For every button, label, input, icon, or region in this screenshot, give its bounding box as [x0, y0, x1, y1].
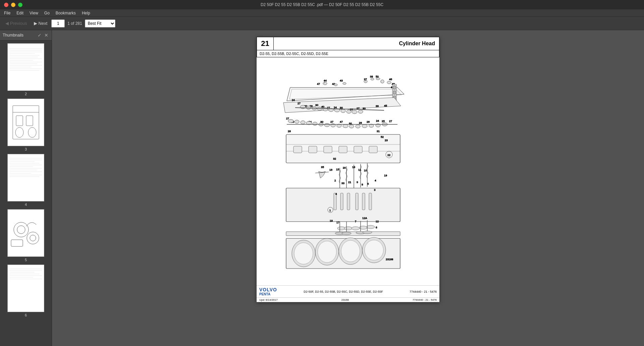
sidebar-toggle-button[interactable]: ✓	[37, 32, 42, 38]
thumbnail-num: 5	[25, 258, 27, 262]
svg-rect-35	[8, 210, 44, 256]
minimize-button[interactable]	[11, 3, 15, 7]
svg-rect-171	[340, 193, 343, 210]
svg-point-201	[365, 240, 383, 260]
svg-point-125	[356, 125, 360, 128]
thumbnail-svg	[8, 154, 44, 201]
main-area: Thumbnails ✓ ✕	[0, 30, 644, 346]
thumbnail-num: 3	[25, 147, 27, 151]
svg-text:25: 25	[382, 120, 385, 123]
svg-point-123	[343, 124, 348, 128]
svg-text:6: 6	[376, 226, 377, 229]
thumbnail-item[interactable]: 5	[1, 209, 50, 262]
sidebar: Thumbnails ✓ ✕	[0, 30, 52, 346]
thumbnail-num: 6	[25, 313, 27, 317]
svg-point-118	[313, 122, 317, 125]
svg-text:23: 23	[385, 139, 388, 142]
svg-rect-72	[393, 91, 395, 94]
page-subtitle: D2-55, D2-55B, D2-55C, D2-55D, D2-55E	[257, 50, 439, 57]
svg-point-97	[341, 109, 345, 113]
svg-text:23168: 23168	[386, 258, 393, 261]
volvo-logo: VOLVO PENTA	[259, 287, 277, 296]
thumbnail-svg	[8, 265, 44, 312]
svg-point-66	[381, 80, 384, 83]
footer-update-strip: Upd: 6/14/2017 23168 7744440 - 21 - 5476	[257, 297, 439, 302]
svg-point-207	[342, 232, 351, 235]
svg-text:26: 26	[367, 120, 370, 123]
thumbnail-item[interactable]: 2	[1, 43, 50, 96]
svg-point-65	[376, 78, 380, 80]
svg-point-124	[349, 125, 354, 128]
page-number-input[interactable]	[51, 19, 65, 27]
pdf-page: 21 Cylinder Head D2-55, D2-55B, D2-55C, …	[257, 37, 439, 302]
svg-text:24: 24	[376, 119, 379, 122]
page-number-box: 21	[257, 37, 274, 50]
menu-bookmarks[interactable]: Bookmarks	[53, 10, 78, 16]
svg-point-189	[352, 227, 360, 230]
thumbnail-item[interactable]: 3	[1, 99, 50, 151]
svg-point-99	[352, 110, 357, 114]
svg-rect-142	[369, 146, 377, 153]
thumbnail-image	[7, 265, 44, 312]
pdf-area[interactable]: 21 Cylinder Head D2-55, D2-55B, D2-55C, …	[52, 30, 644, 346]
svg-point-64	[371, 78, 374, 80]
thumbnail-image	[7, 154, 44, 201]
svg-point-91	[306, 106, 311, 109]
svg-text:12: 12	[376, 220, 379, 223]
sidebar-controls: ✓ ✕	[37, 32, 49, 38]
zoom-select[interactable]: Best Fit Actual Size Fit Page 50% 75% 10…	[85, 19, 115, 27]
svg-text:22: 22	[387, 154, 390, 157]
svg-point-115	[294, 120, 299, 123]
diagram-svg: 44 47 42 43 37 38 50 51 46 48 49	[257, 57, 439, 285]
footer-bottom-text: D2-50F, D2-55, D2-55B, D2-55C, D2-55D, D…	[304, 290, 383, 293]
svg-text:27: 27	[330, 120, 333, 123]
svg-point-114	[288, 119, 293, 123]
thumbnail-svg	[8, 210, 44, 256]
page-number: 21	[261, 39, 269, 48]
svg-text:16: 16	[329, 168, 332, 171]
previous-icon: ◀	[5, 21, 9, 26]
next-button[interactable]: ▶ Next	[31, 19, 50, 27]
thumbnail-svg	[8, 99, 44, 146]
svg-text:15: 15	[336, 168, 339, 171]
svg-point-116	[301, 121, 305, 124]
svg-point-62	[343, 82, 346, 84]
menu-file[interactable]: File	[1, 10, 13, 16]
svg-text:44: 44	[324, 79, 327, 82]
page-count: 1 of 281	[67, 21, 82, 26]
svg-text:43: 43	[340, 79, 343, 82]
svg-text:28: 28	[288, 130, 291, 133]
svg-text:21: 21	[348, 181, 351, 184]
thumbnail-image	[7, 99, 44, 146]
footer-mid-id: 23168	[341, 298, 349, 301]
titlebar-buttons	[4, 3, 22, 7]
menu-help[interactable]: Help	[79, 10, 93, 16]
svg-rect-141	[354, 146, 362, 153]
svg-point-188	[344, 227, 352, 230]
footer-right: 7744440 - 21 - 5476	[410, 290, 437, 293]
menu-edit[interactable]: Edit	[14, 10, 26, 16]
svg-text:30: 30	[315, 104, 318, 107]
svg-text:9: 9	[357, 181, 358, 184]
menu-view[interactable]: View	[27, 10, 41, 16]
menu-go[interactable]: Go	[42, 10, 52, 16]
previous-button[interactable]: ◀ Previous	[3, 19, 30, 27]
svg-rect-71	[393, 86, 395, 89]
thumbnail-item[interactable]: 6	[1, 265, 50, 317]
svg-rect-15	[8, 99, 44, 146]
titlebar: D2 50F D2 55 D2 55B D2 55C .pdf — D2 50F…	[0, 0, 644, 9]
close-button[interactable]	[4, 3, 8, 7]
thumbnail-item[interactable]: 4	[1, 154, 50, 207]
svg-rect-140	[339, 146, 347, 153]
footer-ref-id: 7744440 - 21 - 5476	[413, 298, 437, 301]
thumbnail-num: 2	[25, 92, 27, 96]
sidebar-close-button[interactable]: ✕	[44, 32, 49, 38]
svg-point-60	[323, 82, 327, 85]
maximize-button[interactable]	[18, 3, 22, 7]
svg-text:27: 27	[298, 102, 301, 105]
next-icon: ▶	[34, 21, 37, 26]
svg-text:19: 19	[384, 174, 387, 177]
previous-label: Previous	[10, 21, 27, 26]
svg-text:13: 13	[352, 166, 355, 169]
svg-text:8: 8	[362, 183, 363, 186]
